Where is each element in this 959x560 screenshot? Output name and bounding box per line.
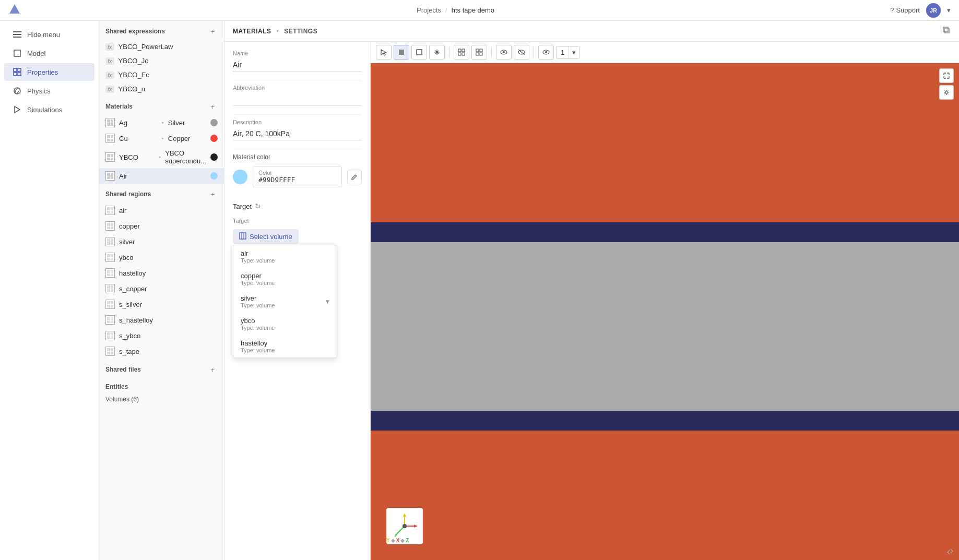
target-title: Target <box>233 202 252 210</box>
add-expression-button[interactable]: + <box>207 26 218 37</box>
box-wire-button[interactable] <box>411 45 427 59</box>
simulations-icon <box>13 105 22 114</box>
properties-label: Properties <box>27 68 58 76</box>
layer-control: 1 ▾ <box>556 46 579 59</box>
sidebar-item-physics[interactable]: Physics <box>4 82 94 100</box>
volumes-item[interactable]: Volumes (6) <box>99 394 224 405</box>
region-item-s-tape[interactable]: s_tape <box>99 343 224 359</box>
region-item-copper[interactable]: copper <box>99 218 224 234</box>
color-label-inner: Color #99D9FFFF <box>258 170 295 184</box>
user-avatar[interactable]: JR <box>926 3 941 18</box>
transform-button[interactable] <box>429 45 445 59</box>
add-file-button[interactable]: + <box>207 364 218 375</box>
material-item-air[interactable]: Air <box>99 168 224 184</box>
color-field-label: Color <box>258 170 295 176</box>
material-item-copper[interactable]: Cu • Copper <box>99 130 224 146</box>
breadcrumb-separator: / <box>445 6 447 14</box>
name-input[interactable] <box>233 58 362 72</box>
toolbar-separator <box>491 47 492 57</box>
svg-rect-19 <box>417 50 422 55</box>
refresh-icon[interactable]: ↻ <box>255 202 261 210</box>
svg-rect-27 <box>480 53 482 55</box>
region-icon <box>105 284 115 293</box>
svg-marker-39 <box>394 533 398 537</box>
svg-point-40 <box>402 524 407 528</box>
entities-header: Entities <box>99 378 224 394</box>
expression-item-ybco-powerlaw[interactable]: fx YBCO_PowerLaw <box>99 40 224 54</box>
add-material-button[interactable]: + <box>207 101 218 112</box>
description-input[interactable] <box>233 127 362 140</box>
hide-menu-button[interactable]: Hide menu <box>4 26 94 43</box>
svg-rect-25 <box>480 49 482 52</box>
svg-rect-12 <box>944 28 949 33</box>
hide-button[interactable] <box>514 45 529 59</box>
region-item-s-silver[interactable]: s_silver <box>99 296 224 312</box>
region-item-silver[interactable]: silver <box>99 234 224 249</box>
avatar-chevron[interactable]: ▾ <box>947 6 951 14</box>
simulations-label: Simulations <box>27 106 62 114</box>
region-name: s_hastelloy <box>119 316 153 324</box>
name-label: Name <box>233 50 362 56</box>
dropdown-item-ybco[interactable]: ybco Type: volume <box>233 313 337 335</box>
abbreviation-input[interactable] <box>233 93 362 106</box>
dropdown-item-name: ybco <box>241 317 329 325</box>
entities-title: Entities <box>105 383 128 390</box>
dropdown-item-copper[interactable]: copper Type: volume <box>233 268 337 290</box>
region-name: air <box>119 207 126 215</box>
expression-item-ybco-jc[interactable]: fx YBCO_Jc <box>99 54 224 68</box>
projects-link[interactable]: Projects <box>417 6 441 14</box>
sidebar-item-simulations[interactable]: Simulations <box>4 101 94 118</box>
dropdown-item-name: silver <box>241 294 275 302</box>
dropdown-item-name: hastelloy <box>241 339 329 347</box>
dropdown-item-hastelloy[interactable]: hastelloy Type: volume <box>233 335 337 358</box>
region-item-air[interactable]: air <box>99 202 224 218</box>
expression-item-ybco-n[interactable]: fx YBCO_n <box>99 82 224 96</box>
svg-rect-23 <box>462 53 465 55</box>
color-hex-value[interactable]: #99D9FFFF <box>258 176 295 184</box>
material-abbr: Cu <box>119 135 157 142</box>
select-tool-button[interactable] <box>376 45 392 59</box>
region-item-hastelloy[interactable]: hastelloy <box>99 265 224 281</box>
viewport-expand-button[interactable] <box>939 68 954 83</box>
region-item-s-copper[interactable]: s_copper <box>99 281 224 296</box>
dropdown-item-air[interactable]: air Type: volume <box>233 245 337 268</box>
select-volume-button[interactable]: Select volume <box>233 229 299 244</box>
svg-rect-18 <box>399 50 404 55</box>
color-swatch[interactable] <box>233 170 247 184</box>
material-item-silver[interactable]: Ag • Silver <box>99 115 224 130</box>
svg-rect-5 <box>14 68 17 72</box>
grid-3d-button[interactable] <box>471 45 487 59</box>
eye-layers-button[interactable] <box>538 45 554 59</box>
svg-rect-8 <box>18 73 21 76</box>
region-icon <box>105 253 115 262</box>
target-header: Target ↻ <box>233 202 362 210</box>
viewport-container: 1 ▾ <box>371 42 959 560</box>
region-item-s-hastelloy[interactable]: s_hastelloy <box>99 312 224 328</box>
grid-2d-button[interactable] <box>454 45 469 59</box>
sidebar-item-properties[interactable]: Properties <box>4 63 94 81</box>
sidebar-item-model[interactable]: Model <box>4 44 94 62</box>
region-icon <box>105 268 115 278</box>
viewport-options-button[interactable] <box>939 85 954 100</box>
copy-button[interactable] <box>942 26 951 36</box>
material-color-dot <box>210 135 218 142</box>
topbar-right: ? Support JR ▾ <box>890 3 951 18</box>
material-color-dot <box>210 172 218 180</box>
axis-labels: Y ◆ X ◆ Z <box>386 538 409 543</box>
svg-marker-35 <box>403 513 406 517</box>
viewport-canvas[interactable]: Y ◆ X ◆ Z <box>371 63 959 560</box>
dropdown-item-silver[interactable]: silver Type: volume ▾ <box>233 290 337 313</box>
region-name: s_tape <box>119 348 139 355</box>
region-icon <box>105 206 115 215</box>
add-region-button[interactable]: + <box>207 189 218 199</box>
support-button[interactable]: ? Support <box>890 6 920 14</box>
material-item-ybco[interactable]: YBCO • YBCO supercondu... <box>99 146 224 168</box>
region-item-s-ybco[interactable]: s_ybco <box>99 328 224 343</box>
layer-arrow-button[interactable]: ▾ <box>569 46 579 58</box>
region-name: copper <box>119 222 140 230</box>
show-all-button[interactable] <box>496 45 512 59</box>
box-solid-button[interactable] <box>394 45 409 59</box>
expression-item-ybco-ec[interactable]: fx YBCO_Ec <box>99 68 224 82</box>
edit-color-button[interactable] <box>347 170 362 184</box>
region-item-ybco[interactable]: ybco <box>99 249 224 265</box>
